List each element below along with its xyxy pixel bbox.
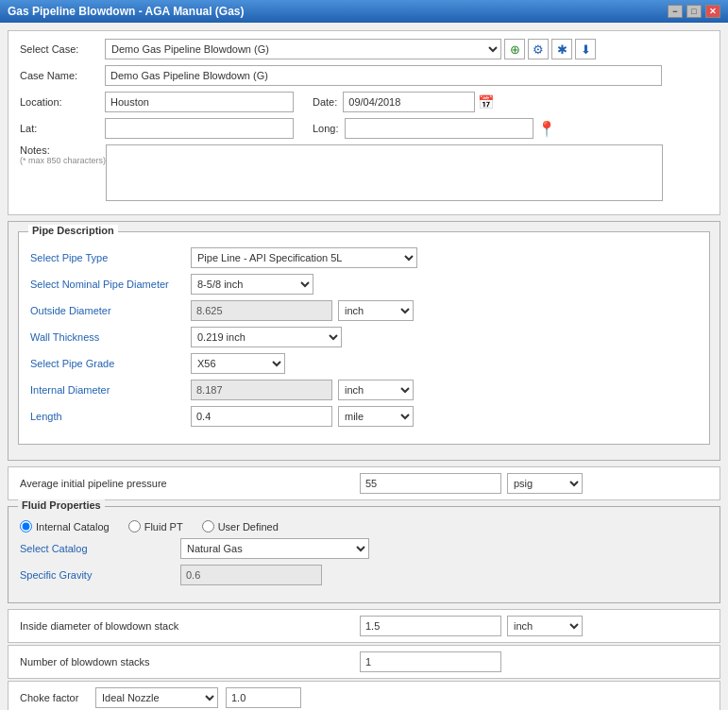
user-defined-label: User Defined xyxy=(218,521,279,532)
fluid-pt-label: Fluid PT xyxy=(144,521,183,532)
long-label: Long: xyxy=(313,123,339,134)
num-stacks-input[interactable] xyxy=(360,651,501,672)
select-case-label: Select Case: xyxy=(20,43,105,55)
pipe-description-section: Pipe Description Select Pipe Type Pipe L… xyxy=(18,231,710,445)
internal-diameter-row: Internal Diameter inchmm xyxy=(30,380,698,400)
title-bar: Gas Pipeline Blowdown - AGA Manual (Gas)… xyxy=(0,0,728,23)
fluid-pt-radio-label[interactable]: Fluid PT xyxy=(128,520,183,532)
lat-input[interactable] xyxy=(105,118,294,139)
pipe-grade-label: Select Pipe Grade xyxy=(30,358,191,369)
nominal-diameter-label: Select Nominal Pipe Diameter xyxy=(30,279,191,290)
window-controls: − □ ✕ xyxy=(668,5,720,18)
pipe-description-title: Pipe Description xyxy=(28,225,118,236)
inside-diameter-row: Inside diameter of blowdown stack inchmm xyxy=(8,609,720,643)
fluid-properties-section: Fluid Properties Internal Catalog Fluid … xyxy=(8,506,720,603)
nominal-diameter-select[interactable]: 8-5/8 inch xyxy=(191,274,313,295)
select-catalog-label: Select Catalog xyxy=(20,543,180,554)
location-input[interactable] xyxy=(105,92,294,112)
calendar-icon[interactable]: 📅 xyxy=(478,94,494,110)
pipe-type-select[interactable]: Pipe Line - API Specification 5L xyxy=(191,247,417,268)
notes-sublabel: (* max 850 characters) xyxy=(20,156,106,165)
notes-label: Notes: xyxy=(20,144,106,156)
avg-pressure-input[interactable] xyxy=(360,473,501,494)
length-label: Length xyxy=(30,411,191,422)
length-input[interactable] xyxy=(191,406,332,427)
num-stacks-row: Number of blowdown stacks xyxy=(8,645,720,679)
choke-factor-label: Choke factor xyxy=(20,692,95,703)
user-defined-radio[interactable] xyxy=(202,520,214,532)
maximize-button[interactable]: □ xyxy=(686,5,702,18)
wall-thickness-select[interactable]: 0.219 inch xyxy=(191,327,342,347)
case-name-label: Case Name: xyxy=(20,70,105,81)
close-button[interactable]: ✕ xyxy=(705,5,720,18)
pipe-type-label: Select Pipe Type xyxy=(30,252,191,263)
pipe-type-row: Select Pipe Type Pipe Line - API Specifi… xyxy=(30,247,698,268)
pipe-grade-row: Select Pipe Grade X56 xyxy=(30,353,698,374)
lat-label: Lat: xyxy=(20,123,105,134)
internal-catalog-radio[interactable] xyxy=(20,520,32,532)
date-label: Date: xyxy=(313,96,337,108)
wall-thickness-label: Wall Thickness xyxy=(30,331,191,343)
internal-diameter-label: Internal Diameter xyxy=(30,384,191,396)
select-catalog-row: Select Catalog Natural Gas xyxy=(20,538,708,559)
wall-thickness-row: Wall Thickness 0.219 inch xyxy=(30,327,698,347)
top-form-section: Select Case: Demo Gas Pipeline Blowdown … xyxy=(8,30,720,215)
inside-diameter-label: Inside diameter of blowdown stack xyxy=(20,620,360,632)
notes-textarea[interactable] xyxy=(106,144,663,201)
choke-factor-value[interactable] xyxy=(226,687,301,708)
fluid-radio-row: Internal Catalog Fluid PT User Defined xyxy=(20,520,708,532)
outside-diameter-label: Outside Diameter xyxy=(30,305,191,316)
internal-diameter-unit[interactable]: inchmm xyxy=(338,380,414,400)
choke-factor-dropdown[interactable]: Ideal Nozzle Sharp-edged orifice xyxy=(95,687,218,708)
select-case-dropdown[interactable]: Demo Gas Pipeline Blowdown (G) xyxy=(105,39,501,59)
case-name-row: Case Name: xyxy=(20,65,708,86)
fluid-properties-title: Fluid Properties xyxy=(18,499,105,511)
outside-diameter-unit[interactable]: inchmm xyxy=(338,300,414,321)
notes-row: Notes: (* max 850 characters) xyxy=(20,144,708,201)
nominal-diameter-row: Select Nominal Pipe Diameter 8-5/8 inch xyxy=(30,274,698,295)
add-case-button[interactable]: ⊕ xyxy=(504,39,525,59)
inside-diameter-unit[interactable]: inchmm xyxy=(507,616,583,636)
pipe-grade-select[interactable]: X56 xyxy=(191,353,285,374)
avg-pressure-label: Average initial pipeline pressure xyxy=(20,478,360,489)
bottom-fields: Inside diameter of blowdown stack inchmm… xyxy=(8,609,720,710)
settings-button[interactable]: ⚙ xyxy=(528,39,549,59)
long-input[interactable] xyxy=(345,118,533,139)
user-defined-radio-label[interactable]: User Defined xyxy=(202,520,279,532)
case-name-input[interactable] xyxy=(105,65,662,86)
location-label: Location: xyxy=(20,96,105,108)
window-title: Gas Pipeline Blowdown - AGA Manual (Gas) xyxy=(8,5,244,18)
download-button[interactable]: ⬇ xyxy=(575,39,596,59)
date-input[interactable] xyxy=(343,92,475,112)
select-case-row: Select Case: Demo Gas Pipeline Blowdown … xyxy=(20,39,708,59)
main-content: Select Case: Demo Gas Pipeline Blowdown … xyxy=(0,23,728,710)
avg-pressure-unit[interactable]: psigkPabar xyxy=(507,473,583,494)
num-stacks-label: Number of blowdown stacks xyxy=(20,656,360,668)
pipe-description-outer: Pipe Description Select Pipe Type Pipe L… xyxy=(8,221,720,461)
avg-pressure-row: Average initial pipeline pressure psigkP… xyxy=(8,466,720,500)
select-catalog-dropdown[interactable]: Natural Gas xyxy=(180,538,369,559)
outside-diameter-row: Outside Diameter inchmm xyxy=(30,300,698,321)
internal-diameter-input xyxy=(191,380,332,400)
internal-catalog-radio-label[interactable]: Internal Catalog xyxy=(20,520,110,532)
length-row: Length milekmftm xyxy=(30,406,698,427)
fluid-pt-radio[interactable] xyxy=(128,520,141,532)
outside-diameter-input xyxy=(191,300,332,321)
location-date-row: Location: Date: 📅 xyxy=(20,92,708,112)
specific-gravity-label: Specific Gravity xyxy=(20,569,180,581)
minimize-button[interactable]: − xyxy=(668,5,683,18)
length-unit[interactable]: milekmftm xyxy=(338,406,414,427)
specific-gravity-input xyxy=(180,565,322,585)
lat-long-row: Lat: Long: 📍 xyxy=(20,118,708,139)
specific-gravity-row: Specific Gravity xyxy=(20,565,708,585)
choke-factor-row: Choke factor Ideal Nozzle Sharp-edged or… xyxy=(8,681,720,710)
share-button[interactable]: ✱ xyxy=(551,39,572,59)
map-pin-icon[interactable]: 📍 xyxy=(537,120,556,138)
internal-catalog-label: Internal Catalog xyxy=(36,521,110,532)
inside-diameter-input[interactable] xyxy=(360,616,501,636)
